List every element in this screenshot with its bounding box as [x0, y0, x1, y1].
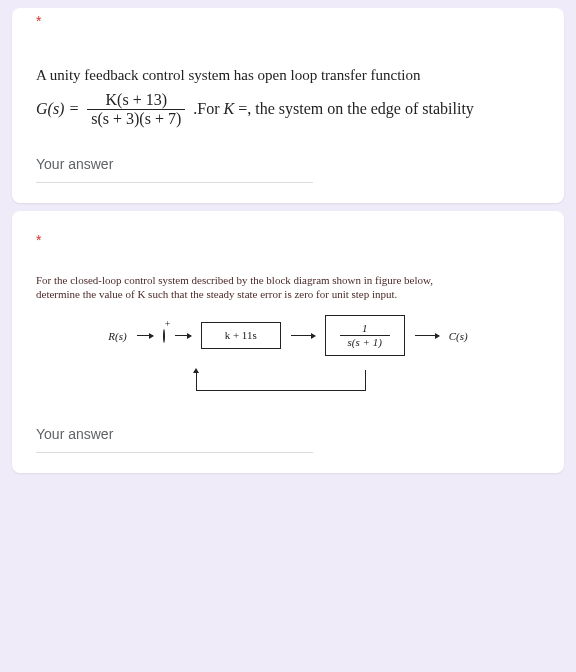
- answer-input[interactable]: [36, 446, 313, 453]
- question-intro: A unity feedback control system has open…: [36, 64, 540, 87]
- transfer-function-formula: G(s) = K(s + 13) s(s + 3)(s + 7) .For K …: [36, 91, 540, 128]
- diagram-input-label: R(s): [108, 330, 126, 342]
- formula-tail: .For K =, the system on the edge of stab…: [193, 100, 474, 118]
- formula-fraction: K(s + 13) s(s + 3)(s + 7): [87, 91, 185, 128]
- summing-junction: [163, 329, 165, 343]
- answer-label: Your answer: [36, 426, 540, 442]
- formula-denominator: s(s + 3)(s + 7): [87, 110, 185, 128]
- block-controller: k + 11s: [201, 322, 281, 349]
- block-diagram: R(s) + k + 11s 1 s(s + 1) C(s): [36, 315, 540, 398]
- sum-plus: +: [165, 318, 171, 329]
- block-plant: 1 s(s + 1): [325, 315, 405, 356]
- diagram-arrow: [415, 335, 439, 336]
- question-card-1: * A unity feedback control system has op…: [12, 8, 564, 203]
- diagram-arrow: [291, 335, 315, 336]
- feedback-path: [158, 370, 418, 398]
- required-indicator: *: [36, 13, 41, 29]
- formula-numerator: K(s + 13): [87, 91, 185, 110]
- required-indicator: *: [36, 232, 41, 248]
- answer-input[interactable]: [36, 176, 313, 183]
- formula-lhs: G(s) =: [36, 100, 79, 118]
- answer-label: Your answer: [36, 156, 540, 172]
- question-card-2: * For the closed-loop control system des…: [12, 211, 564, 474]
- diagram-arrow: [175, 335, 191, 336]
- diagram-arrow: [137, 335, 153, 336]
- question-text-2: For the closed-loop control system descr…: [36, 273, 540, 302]
- diagram-output-label: C(s): [449, 330, 468, 342]
